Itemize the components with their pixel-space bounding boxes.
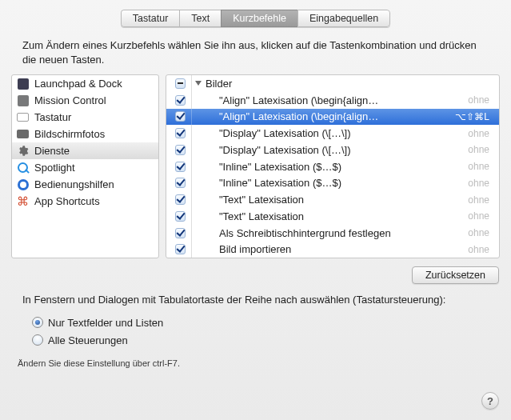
launchpad-icon <box>17 78 29 90</box>
checkbox[interactable] <box>175 228 186 238</box>
group-header-bilder[interactable]: Bilder <box>166 75 499 92</box>
instruction-text: Zum Ändern eines Kurzbefehls wählen Sie … <box>0 32 511 74</box>
disclosure-triangle-icon[interactable] <box>195 81 202 86</box>
shortcut-row[interactable]: "Display" Latexisation (\[…\]) ohne <box>166 125 499 142</box>
shortcut-row[interactable]: "Text" Latexisation ohne <box>166 191 499 208</box>
accessibility-icon <box>17 178 29 190</box>
shortcut-row[interactable]: "Inline" Latexisation ($…$) ohne <box>166 158 499 175</box>
radio-button[interactable] <box>32 317 43 328</box>
shortcut-label: Bild importieren <box>192 243 461 255</box>
shortcut-key[interactable]: ohne <box>461 244 496 255</box>
tab-tastatur[interactable]: Tastatur <box>121 10 179 27</box>
shortcut-key[interactable]: ohne <box>461 210 496 222</box>
checkbox[interactable] <box>175 178 186 188</box>
hint-text: Ändern Sie diese Einstellung über ctrl-F… <box>0 354 511 368</box>
tab-eingabequellen[interactable]: Eingabequellen <box>297 10 390 27</box>
sidebar-item-label: Bedienungshilfen <box>34 178 114 190</box>
sidebar-item-label: Mission Control <box>34 94 106 106</box>
shortcut-label: "Inline" Latexisation ($…$) <box>192 161 461 173</box>
reset-row: Zurücksetzen <box>0 258 511 289</box>
checkbox[interactable] <box>175 194 186 205</box>
magnifier-icon <box>17 162 29 174</box>
checkbox[interactable] <box>175 128 186 138</box>
radio-all-controls[interactable]: Alle Steuerungen <box>32 331 479 349</box>
shortcut-label: "Text" Latexisation <box>192 194 461 206</box>
keyboard-access-instruction: In Fenstern und Dialogen mit Tabulatorta… <box>0 289 511 309</box>
sidebar-item-dienste[interactable]: Dienste <box>12 142 158 159</box>
shortcut-row[interactable]: "Display" Latexisation (\[…\]) ohne <box>166 142 499 158</box>
checkbox[interactable] <box>175 244 186 254</box>
group-label: Bilder <box>206 78 232 90</box>
category-list[interactable]: Launchpad & Dock Mission Control Tastatu… <box>11 74 159 258</box>
keyboard-access-radio-group: Nur Textfelder und Listen Alle Steuerung… <box>0 309 511 354</box>
shortcut-label: "Text" Latexisation <box>192 210 461 222</box>
tab-group: Tastatur Text Kurzbefehle Eingabequellen <box>121 10 390 27</box>
shortcut-key[interactable]: ⌥⇧⌘L <box>449 111 496 122</box>
shortcut-key[interactable]: ohne <box>461 227 496 238</box>
shortcut-label: "Align" Latexisation (\begin{align… <box>192 94 461 106</box>
tab-text[interactable]: Text <box>179 10 221 27</box>
shortcut-label: "Display" Latexisation (\[…\]) <box>192 144 461 156</box>
camera-icon <box>17 128 29 140</box>
shortcut-key[interactable]: ohne <box>461 161 496 172</box>
sidebar-item-label: Bildschirmfotos <box>34 128 105 140</box>
sidebar-item-label: Launchpad & Dock <box>34 78 122 90</box>
lists-container: Launchpad & Dock Mission Control Tastatu… <box>0 74 511 258</box>
shortcut-row[interactable]: "Align" Latexisation (\begin{align… ⌥⇧⌘L <box>166 109 499 126</box>
shortcut-key[interactable]: ohne <box>461 144 496 155</box>
app-shortcuts-icon: ⌘ <box>17 195 29 207</box>
radio-label: Nur Textfelder und Listen <box>48 317 163 329</box>
shortcut-row[interactable]: Als Schreibtischhintergrund festlegen oh… <box>166 225 499 242</box>
mission-control-icon <box>17 94 29 106</box>
sidebar-item-bedienungshilfen[interactable]: Bedienungshilfen <box>12 176 158 193</box>
checkbox[interactable] <box>175 162 186 172</box>
sidebar-item-spotlight[interactable]: Spotlight <box>12 159 158 176</box>
sidebar-item-label: Tastatur <box>34 111 71 123</box>
sidebar-item-tastatur[interactable]: Tastatur <box>12 109 158 126</box>
shortcut-label: "Align" Latexisation (\begin{align… <box>192 110 449 122</box>
radio-label: Alle Steuerungen <box>48 334 128 346</box>
shortcut-key[interactable]: ohne <box>461 194 496 206</box>
shortcut-key[interactable]: ohne <box>461 178 496 189</box>
help-button[interactable]: ? <box>481 392 499 410</box>
checkbox-mixed[interactable] <box>175 78 186 89</box>
shortcut-row[interactable]: "Align" Latexisation (\begin{align… ohne <box>166 92 499 109</box>
preferences-pane: Tastatur Text Kurzbefehle Eingabequellen… <box>0 0 511 420</box>
reset-button[interactable]: Zurücksetzen <box>412 266 499 284</box>
shortcut-label: Als Schreibtischhintergrund festlegen <box>192 227 461 239</box>
shortcut-key[interactable]: ohne <box>461 94 496 106</box>
keyboard-icon <box>17 111 29 123</box>
shortcut-label: "Display" Latexisation (\[…\]) <box>192 127 461 139</box>
sidebar-item-label: Dienste <box>34 145 70 157</box>
tab-kurzbefehle[interactable]: Kurzbefehle <box>221 10 297 27</box>
sidebar-item-launchpad[interactable]: Launchpad & Dock <box>12 75 158 92</box>
checkbox[interactable] <box>175 145 186 155</box>
shortcut-label: "Inline" Latexisation ($…$) <box>192 177 461 189</box>
shortcut-row[interactable]: "Inline" Latexisation ($…$) ohne <box>166 175 499 192</box>
shortcut-list[interactable]: Bilder "Align" Latexisation (\begin{alig… <box>166 74 500 258</box>
sidebar-item-label: App Shortcuts <box>34 195 100 207</box>
sidebar-item-app-shortcuts[interactable]: ⌘ App Shortcuts <box>12 193 158 210</box>
radio-text-fields-only[interactable]: Nur Textfelder und Listen <box>32 314 479 331</box>
sidebar-item-label: Spotlight <box>34 162 75 174</box>
shortcut-row[interactable]: Bild importieren ohne <box>166 241 499 258</box>
tab-bar: Tastatur Text Kurzbefehle Eingabequellen <box>0 0 511 32</box>
shortcut-key[interactable]: ohne <box>461 128 496 139</box>
sidebar-item-mission-control[interactable]: Mission Control <box>12 92 158 109</box>
checkbox[interactable] <box>175 111 186 122</box>
gear-icon <box>17 145 29 157</box>
radio-button[interactable] <box>32 334 43 346</box>
shortcut-row[interactable]: "Text" Latexisation ohne <box>166 208 499 225</box>
checkbox[interactable] <box>175 95 186 106</box>
checkbox[interactable] <box>175 211 186 222</box>
sidebar-item-bildschirmfotos[interactable]: Bildschirmfotos <box>12 126 158 142</box>
